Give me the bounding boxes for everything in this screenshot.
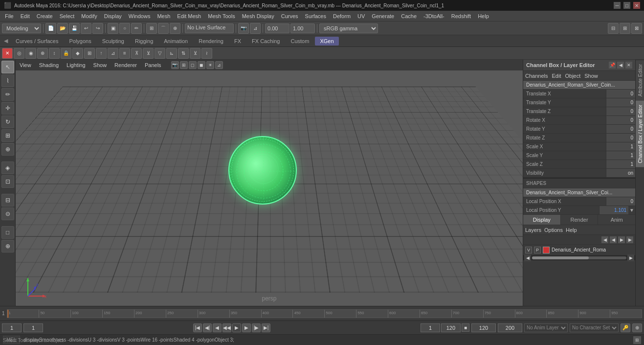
shelf-btn-9[interactable]: ↑ xyxy=(96,48,107,59)
snap-point-btn[interactable]: ⊕ xyxy=(170,23,180,34)
select-tool[interactable]: ↖ xyxy=(1,61,14,73)
tab-xgen[interactable]: XGen xyxy=(315,37,338,46)
channel-visibility[interactable]: Visibility on xyxy=(523,169,635,178)
le-btn-2[interactable]: ◀ xyxy=(610,236,617,243)
play-back-btn[interactable]: ◀◀ xyxy=(222,323,231,332)
universal-manip[interactable]: ⊕ xyxy=(1,143,14,156)
layout-btn3[interactable]: ⊠ xyxy=(631,23,642,34)
le-menu-layers[interactable]: Layers xyxy=(525,227,541,233)
max-end-input-2[interactable] xyxy=(498,323,522,332)
shelf-btn-8[interactable]: ⊞ xyxy=(84,48,95,59)
play-fwd-btn[interactable]: ▶ xyxy=(232,323,241,332)
minimize-button[interactable]: ─ xyxy=(614,2,621,9)
menu-edit[interactable]: Edit xyxy=(18,12,33,20)
layout-btn1[interactable]: ⊟ xyxy=(608,23,619,34)
vp-renderer-menu[interactable]: Renderer xyxy=(112,61,139,69)
channel-translate-y[interactable]: Translate Y 0 xyxy=(523,98,635,107)
channel-scale-z[interactable]: Scale Z 1 xyxy=(523,160,635,169)
channel-scale-y[interactable]: Scale Y 1 xyxy=(523,151,635,160)
current-frame-input-1[interactable] xyxy=(2,323,22,332)
vp-show-menu[interactable]: Show xyxy=(91,61,109,69)
cb-menu-channels[interactable]: Channels xyxy=(525,73,548,79)
menu-redshift[interactable]: Redshift xyxy=(448,12,474,20)
tab-animation[interactable]: Animation xyxy=(159,37,193,46)
select-btn[interactable]: ▣ xyxy=(108,23,118,34)
shelf-btn-16[interactable]: ⇅ xyxy=(178,48,189,59)
menu-select[interactable]: Select xyxy=(57,12,78,20)
history-tool[interactable]: ⊡ xyxy=(1,175,14,188)
scene-object-coin[interactable] xyxy=(228,136,297,205)
menu-edit-mesh[interactable]: Edit Mesh xyxy=(174,12,204,20)
shelf-btn-6[interactable]: 🔒 xyxy=(61,48,71,59)
timeline-track[interactable]: 1 50 100 150 200 250 300 350 400 450 500… xyxy=(7,309,642,318)
current-frame-input-2[interactable] xyxy=(23,323,43,332)
tab-rigging[interactable]: Rigging xyxy=(130,37,158,46)
vp-render-btn[interactable]: ⊿ xyxy=(215,61,223,69)
scroll-left-btn[interactable]: ◀ xyxy=(524,254,531,261)
shelf-btn-18[interactable]: ≀ xyxy=(201,48,212,59)
channel-scale-x[interactable]: Scale X 1 xyxy=(523,142,635,151)
colorspace-selector[interactable]: sRGB gamma xyxy=(319,23,378,33)
channel-rotate-x[interactable]: Rotate X 0 xyxy=(523,116,635,125)
cb-menu-edit[interactable]: Edit xyxy=(552,73,561,79)
layer-scrollbar[interactable]: ◀ ▶ xyxy=(523,255,635,260)
save-file-btn[interactable]: 💾 xyxy=(69,23,80,34)
step-fwd-btn[interactable]: |▶ xyxy=(252,323,261,332)
status-copy-btn[interactable]: ⊞ xyxy=(633,336,641,344)
tab-sculpting[interactable]: Sculpting xyxy=(97,37,129,46)
shelf-btn-2[interactable]: ◎ xyxy=(14,48,24,59)
menu-mesh-display[interactable]: Mesh Display xyxy=(239,12,277,20)
open-file-btn[interactable]: 📂 xyxy=(57,23,68,34)
scroll-thumb[interactable] xyxy=(532,256,589,259)
snap-curve-btn[interactable]: ⌒ xyxy=(158,23,169,34)
goto-start-btn[interactable]: |◀ xyxy=(193,323,202,332)
soft-mod-tool[interactable]: ◈ xyxy=(1,161,14,174)
attr-editor-tab[interactable]: Attribute Editor xyxy=(636,60,644,100)
tool-2[interactable]: ⊝ xyxy=(1,207,14,220)
max-end-input-1[interactable] xyxy=(471,323,496,332)
snap-grid-btn[interactable]: ⊞ xyxy=(146,23,157,34)
shelf-btn-3[interactable]: ◉ xyxy=(25,48,36,59)
tab-display[interactable]: Display xyxy=(523,215,561,225)
menu-curves[interactable]: Curves xyxy=(278,12,301,20)
close-button[interactable]: ✕ xyxy=(633,2,640,9)
tab-rendering[interactable]: Rendering xyxy=(194,37,228,46)
menu-help[interactable]: Help xyxy=(475,12,492,20)
shelf-btn-5[interactable]: ↕ xyxy=(49,48,60,59)
menu-generate[interactable]: Generate xyxy=(369,12,397,20)
tab-fx-caching[interactable]: FX Caching xyxy=(247,37,285,46)
prev-key-btn[interactable]: ◀ xyxy=(213,323,222,332)
show-manip-tool[interactable]: ⊟ xyxy=(1,194,14,207)
vp-light-btn[interactable]: ☀ xyxy=(206,61,214,69)
cb-expand-btn[interactable]: ◀ xyxy=(617,62,624,69)
paint-btn[interactable]: ✏ xyxy=(131,23,142,34)
layer-visibility-toggle[interactable]: V xyxy=(525,247,532,253)
tab-render[interactable]: Render xyxy=(561,215,599,225)
vp-wire-btn[interactable]: ◻ xyxy=(189,61,197,69)
goto-end-btn[interactable]: ▶| xyxy=(262,323,270,332)
scroll-right-btn[interactable]: ▶ xyxy=(627,254,634,261)
coord-y[interactable] xyxy=(290,23,315,33)
le-btn-3[interactable]: ▶ xyxy=(618,236,625,243)
range-end-input[interactable] xyxy=(441,323,461,332)
channel-local-pos-x[interactable]: Local Position X 0 xyxy=(523,197,635,206)
cb-close-btn[interactable]: ✕ xyxy=(625,62,632,69)
autokey-btn[interactable]: 🔑 xyxy=(621,323,630,332)
cb-layer-tab[interactable]: Channel Box / Layer Editor xyxy=(636,100,644,167)
command-text[interactable]: displaySmoothness -divisionsU 3 -divisio… xyxy=(24,337,629,343)
move-tool[interactable]: ✛ xyxy=(1,102,14,115)
paint-select-tool[interactable]: ✏ xyxy=(1,88,14,101)
shelf-btn-4[interactable]: ⊕ xyxy=(37,48,48,59)
redo-btn[interactable]: ↪ xyxy=(92,23,103,34)
expand-arrow[interactable]: ▼ xyxy=(628,207,635,213)
shelf-btn-14[interactable]: ▽ xyxy=(155,48,165,59)
tab-custom[interactable]: Custom xyxy=(286,37,314,46)
channel-rotate-z[interactable]: Rotate Z 0 xyxy=(523,134,635,142)
menu-mesh-tools[interactable]: Mesh Tools xyxy=(205,12,238,20)
shelf-btn-12[interactable]: ⊼ xyxy=(131,48,142,59)
layout-btn2[interactable]: ⊞ xyxy=(620,23,630,34)
cb-pin-btn[interactable]: 📌 xyxy=(609,62,616,69)
next-key-btn[interactable]: ▶ xyxy=(242,323,251,332)
tab-fx[interactable]: FX xyxy=(229,37,246,46)
lasso-tool[interactable]: ⌇ xyxy=(1,74,14,87)
